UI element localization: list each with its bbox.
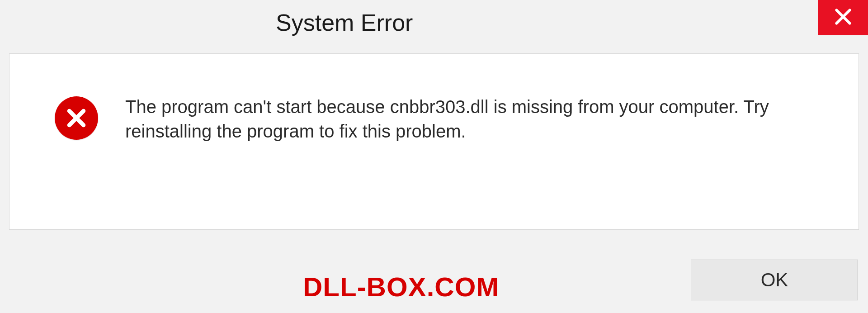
error-message: The program can't start because cnbbr303… [125,95,826,143]
dialog-title: System Error [276,9,413,36]
ok-button-label: OK [761,269,788,291]
dialog-content: The program can't start because cnbbr303… [9,53,859,230]
error-icon [55,96,98,140]
dialog-footer: DLL-BOX.COM OK [0,255,858,305]
watermark-text: DLL-BOX.COM [303,271,499,303]
close-button[interactable] [818,0,868,35]
close-icon [833,7,853,28]
ok-button[interactable]: OK [691,260,858,300]
titlebar: System Error [0,0,868,45]
